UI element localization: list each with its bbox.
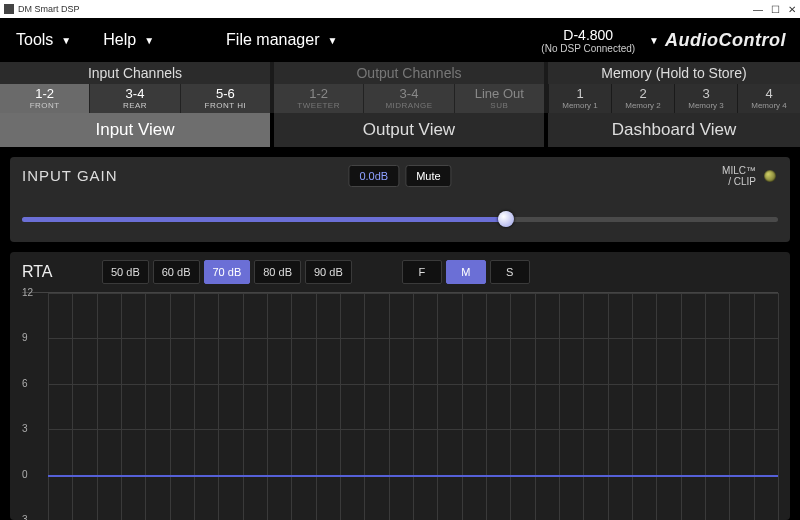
app-favicon [4, 4, 14, 14]
memory-slot-3[interactable]: 3Memory 3 [674, 84, 737, 113]
rta-db-70dB[interactable]: 70 dB [204, 260, 251, 284]
tab-dashboard-view[interactable]: Dashboard View [548, 113, 800, 147]
rta-db-buttons: 50 dB60 dB70 dB80 dB90 dB [102, 260, 352, 284]
chevron-down-icon: ▼ [144, 35, 154, 46]
rta-db-50dB[interactable]: 50 dB [102, 260, 149, 284]
tab-input-view[interactable]: Input View [0, 113, 270, 147]
input-gain-title: INPUT GAIN [22, 167, 118, 184]
view-tabs: Input View Output View Dashboard View [0, 113, 800, 147]
gain-slider[interactable] [22, 212, 778, 226]
chevron-down-icon: ▼ [61, 35, 71, 46]
milc-label: MILC™ / CLIP [722, 165, 756, 187]
rta-speed-buttons: FMS [402, 260, 530, 284]
brand-logo: AudioControl [659, 30, 800, 51]
output-channel-Line Out[interactable]: Line OutSUB [454, 84, 544, 113]
rta-db-80dB[interactable]: 80 dB [254, 260, 301, 284]
rta-db-60dB[interactable]: 60 dB [153, 260, 200, 284]
rta-zero-line [48, 475, 778, 477]
rta-db-90dB[interactable]: 90 dB [305, 260, 352, 284]
output-channels-label: Output Channels [274, 62, 544, 84]
main-menu: Tools ▼ Help ▼ File manager ▼ D-4.800 (N… [0, 18, 800, 62]
rta-y-axis: 1296303 [22, 293, 44, 520]
device-status: (No DSP Connected) [541, 43, 635, 54]
milc-clip-indicator: MILC™ / CLIP [722, 165, 776, 187]
menu-file-manager-label: File manager [226, 31, 319, 49]
clip-led-icon [764, 170, 776, 182]
rta-panel: RTA 50 dB60 dB70 dB80 dB90 dB FMS 129630… [10, 252, 790, 520]
tab-output-view[interactable]: Output View [274, 113, 544, 147]
menu-file-manager[interactable]: File manager ▼ [210, 31, 353, 49]
rta-grid: 1296303 [22, 292, 778, 520]
output-channel-3-4[interactable]: 3-4MIDRANGE [363, 84, 453, 113]
input-channel-3-4[interactable]: 3-4REAR [89, 84, 179, 113]
rta-speed-M[interactable]: M [446, 260, 486, 284]
memory-slot-4[interactable]: 4Memory 4 [737, 84, 800, 113]
device-name: D-4.800 [563, 27, 613, 43]
os-titlebar: DM Smart DSP — ☐ ✕ [0, 0, 800, 18]
input-channel-1-2[interactable]: 1-2FRONT [0, 84, 89, 113]
menu-help-label: Help [103, 31, 136, 49]
chevron-down-icon: ▼ [327, 35, 337, 46]
menu-help[interactable]: Help ▼ [87, 31, 170, 49]
menu-tools[interactable]: Tools ▼ [0, 31, 87, 49]
chevron-down-icon: ▼ [649, 35, 659, 46]
input-gain-panel: INPUT GAIN 0.0dB Mute MILC™ / CLIP [10, 157, 790, 242]
rta-speed-S[interactable]: S [490, 260, 530, 284]
slider-fill [22, 217, 506, 222]
minimize-button[interactable]: — [753, 4, 763, 15]
channel-header: Input Channels 1-2FRONT3-4REAR5-6FRONT H… [0, 62, 800, 113]
input-channel-5-6[interactable]: 5-6FRONT HI [180, 84, 270, 113]
menu-tools-label: Tools [16, 31, 53, 49]
slider-thumb[interactable] [498, 211, 514, 227]
output-channel-1-2[interactable]: 1-2TWEETER [274, 84, 363, 113]
memory-slot-2[interactable]: 2Memory 2 [611, 84, 674, 113]
rta-label: RTA [22, 263, 92, 281]
window-title: DM Smart DSP [18, 4, 80, 14]
rta-speed-F[interactable]: F [402, 260, 442, 284]
input-channels-label: Input Channels [0, 62, 270, 84]
device-selector[interactable]: D-4.800 (No DSP Connected) [533, 27, 643, 54]
memory-label: Memory (Hold to Store) [548, 62, 800, 84]
mute-button[interactable]: Mute [405, 165, 451, 187]
gain-value-display[interactable]: 0.0dB [348, 165, 399, 187]
maximize-button[interactable]: ☐ [771, 4, 780, 15]
rta-plot [48, 293, 778, 520]
close-button[interactable]: ✕ [788, 4, 796, 15]
memory-slot-1[interactable]: 1Memory 1 [548, 84, 611, 113]
